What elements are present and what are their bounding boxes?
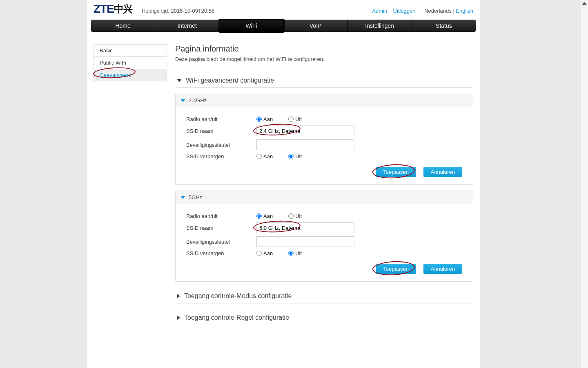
nav-home[interactable]: Home — [91, 20, 155, 32]
lang-sep: | — [453, 8, 454, 14]
radio-5-off-label[interactable]: Uit — [288, 213, 302, 219]
sidebar-item-label: Geavanceerd — [100, 72, 131, 78]
nav-status[interactable]: Status — [412, 20, 476, 32]
label-ssid-name: SSID naam — [186, 225, 256, 231]
panel-5ghz: 5GHz Radio aan/uit Aan Uit SSID naam — [175, 191, 473, 282]
cancel-5-button[interactable]: Annuleren — [423, 264, 462, 274]
radio-5-off[interactable] — [288, 213, 294, 219]
hide-5-off[interactable] — [288, 251, 294, 256]
section-title: Toegang controle-Regel configuratie — [184, 314, 289, 321]
label-ssid-name: SSID naam — [186, 128, 256, 134]
label-ssid-hide: SSID verbergen — [186, 250, 256, 256]
hide-24-off[interactable] — [288, 154, 294, 159]
ssid-24-input[interactable] — [256, 126, 354, 136]
lang-nl[interactable]: Nederlands — [424, 8, 452, 14]
radio-24-on[interactable] — [256, 117, 262, 122]
hide-24-on-label[interactable]: Aan — [256, 153, 273, 159]
section-wifi-advanced[interactable]: WiFi geavanceerd configuratie — [175, 74, 473, 88]
hide-24-off-label[interactable]: Uit — [288, 153, 302, 159]
admin-link[interactable]: Admin — [372, 8, 387, 14]
panel-5ghz-head[interactable]: 5GHz — [176, 191, 473, 204]
section-access-rule[interactable]: Toegang controle-Regel configuratie — [175, 311, 473, 325]
logout-link[interactable]: Uitloggen — [393, 8, 416, 14]
page-title: Pagina informatie — [175, 44, 473, 54]
chevron-right-icon — [177, 315, 180, 320]
panel-title: 2.4GHz — [189, 97, 207, 103]
timestamp: Huidige tijd: 2016-10-09T20:58 — [142, 8, 215, 15]
sidebar-item-advanced[interactable]: Geavanceerd — [94, 69, 167, 81]
hide-5-on[interactable] — [256, 251, 262, 256]
label-radio-onoff: Radio aan/uit — [186, 116, 256, 122]
sidebar-item-basic[interactable]: Basic — [94, 44, 167, 56]
chevron-down-icon — [177, 79, 182, 82]
sidebar-item-public-wifi[interactable]: Public WiFi — [94, 56, 167, 69]
scroll-up-icon — [582, 2, 587, 5]
section-access-mode[interactable]: Toegang controle-Modus configuratie — [175, 289, 473, 303]
nav-internet[interactable]: Internet — [155, 20, 219, 32]
radio-24-off[interactable] — [288, 117, 294, 122]
label-ssid-hide: SSID verbergen — [186, 153, 256, 159]
hide-5-off-label[interactable]: Uit — [288, 250, 302, 256]
lang-en[interactable]: English — [456, 8, 473, 14]
radio-5-on-label[interactable]: Aan — [256, 213, 273, 219]
nav-voip[interactable]: VoIP — [284, 20, 348, 32]
label-radio-onoff: Radio aan/uit — [186, 213, 256, 219]
sidebar: Basic Public WiFi Geavanceerd — [94, 44, 167, 350]
nav-wifi[interactable]: WiFi — [219, 20, 283, 32]
label-sec-key: Beveiligingssleutel — [186, 142, 256, 148]
radio-24-off-label[interactable]: Uit — [288, 116, 302, 122]
key-24-input[interactable] — [256, 139, 354, 150]
panel-title: 5GHz — [189, 194, 202, 200]
hide-24-on[interactable] — [256, 154, 262, 159]
panel-24ghz: 2.4GHz Radio aan/uit Aan Uit SSID naam — [175, 94, 473, 185]
key-5-input[interactable] — [256, 236, 354, 247]
hide-5-on-label[interactable]: Aan — [256, 250, 273, 256]
main-nav: Home Internet WiFi VoIP Instellingen Sta… — [91, 20, 476, 32]
chevron-down-icon — [180, 99, 185, 102]
chevron-down-icon — [180, 196, 185, 199]
label-sec-key: Beveiligingssleutel — [186, 239, 256, 245]
apply-5-button[interactable]: Toepassen — [376, 264, 416, 274]
panel-24ghz-head[interactable]: 2.4GHz — [176, 94, 473, 107]
chevron-right-icon — [177, 294, 180, 298]
radio-5-on[interactable] — [256, 213, 262, 219]
ssid-5-input[interactable] — [256, 222, 354, 233]
apply-24-button[interactable]: Toepassen — [376, 167, 416, 177]
page-desc: Deze pagina biedt de mogelijkheid om het… — [175, 56, 473, 62]
logo: ZTE中兴 — [94, 3, 132, 15]
section-title: WiFi geavanceerd configuratie — [186, 77, 274, 84]
nav-settings[interactable]: Instellingen — [348, 20, 412, 32]
section-title: Toegang controle-Modus configuratie — [184, 292, 292, 300]
radio-24-on-label[interactable]: Aan — [256, 116, 273, 122]
browser-scrollbar[interactable] — [581, 0, 588, 368]
cancel-24-button[interactable]: Annuleren — [423, 167, 462, 177]
